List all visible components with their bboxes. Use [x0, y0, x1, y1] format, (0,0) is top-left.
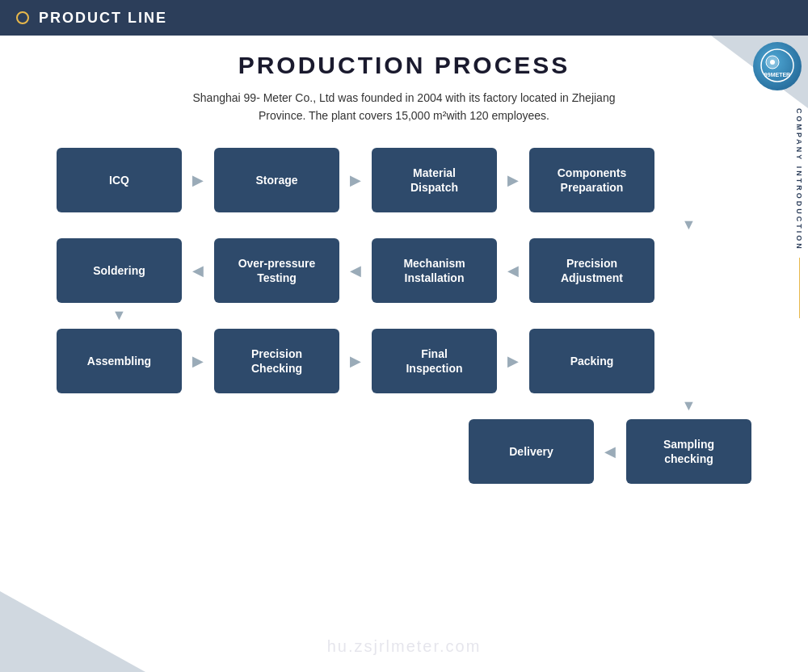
arrow-left-3 — [497, 262, 529, 279]
bottom-left-decoration — [0, 591, 145, 672]
process-mechanism-installation: Mechanism Installation — [372, 238, 497, 303]
svg-point-2 — [770, 60, 775, 65]
process-assembling: Assembling — [57, 329, 182, 393]
process-delivery: Delivery — [469, 419, 594, 484]
logo-image: 99METER — [753, 42, 802, 90]
flow-row-1: ICQ Storage Material Dispatch Components… — [57, 148, 751, 212]
process-precision-checking: Precision Checking — [214, 329, 339, 393]
flow-row-4: Delivery Sampling checking — [57, 419, 751, 484]
arrow-left-4 — [594, 443, 626, 460]
process-components-preparation: Components Preparation — [529, 148, 654, 212]
process-sampling-checking: Sampling checking — [626, 419, 751, 484]
arrow-right-1 — [182, 172, 214, 188]
arrow-right-2 — [339, 172, 372, 188]
page-title: PRODUCTION PROCESS — [32, 52, 776, 79]
process-packing: Packing — [529, 329, 654, 393]
process-over-pressure-testing: Over-pressure Testing — [214, 238, 339, 303]
arrow-right-3 — [497, 172, 529, 188]
flow-row-2: Soldering Over-pressure Testing Mechanis… — [57, 238, 751, 303]
arrow-right-6 — [497, 353, 529, 369]
header-title: PRODUCT LINE — [39, 10, 167, 27]
sidebar-line — [799, 258, 800, 318]
process-soldering: Soldering — [57, 238, 182, 303]
vgap-1: ▼ — [57, 212, 751, 238]
process-storage: Storage — [214, 148, 339, 212]
arrow-down-2: ▼ — [57, 307, 182, 324]
right-sidebar: COMPANY INTRODUCTION — [790, 108, 808, 318]
process-precision-adjustment: Precision Adjustment — [529, 238, 654, 303]
header-bar: PRODUCT LINE — [0, 0, 808, 36]
arrow-down-1: ▼ — [626, 216, 751, 233]
arrow-left-1 — [182, 262, 214, 279]
vgap-3: ▼ — [57, 393, 751, 419]
logo-area: 99METER — [711, 36, 808, 108]
arrow-down-3: ▼ — [626, 397, 751, 414]
process-material-dispatch: Material Dispatch — [372, 148, 497, 212]
subtitle: Shanghai 99- Meter Co., Ltd was founded … — [32, 89, 776, 125]
main-content: PRODUCTION PROCESS Shanghai 99- Meter Co… — [0, 36, 808, 492]
bottom-triangle — [0, 591, 145, 672]
arrow-right-4 — [182, 353, 214, 369]
arrow-left-2 — [339, 262, 372, 279]
header-circle-icon — [16, 11, 29, 24]
flow-row-3: Assembling Precision Checking Final Insp… — [57, 329, 751, 393]
watermark: hu.zsjrlmeter.com — [327, 637, 482, 656]
flow-container: ICQ Storage Material Dispatch Components… — [57, 148, 751, 484]
process-final-inspection: Final Inspection — [372, 329, 497, 393]
sidebar-vertical-text: COMPANY INTRODUCTION — [795, 108, 803, 251]
vgap-2: ▼ — [57, 303, 751, 329]
svg-text:99METER: 99METER — [764, 72, 790, 78]
arrow-right-5 — [339, 353, 372, 369]
process-icq: ICQ — [57, 148, 182, 212]
logo-text: 99METER — [760, 48, 795, 86]
